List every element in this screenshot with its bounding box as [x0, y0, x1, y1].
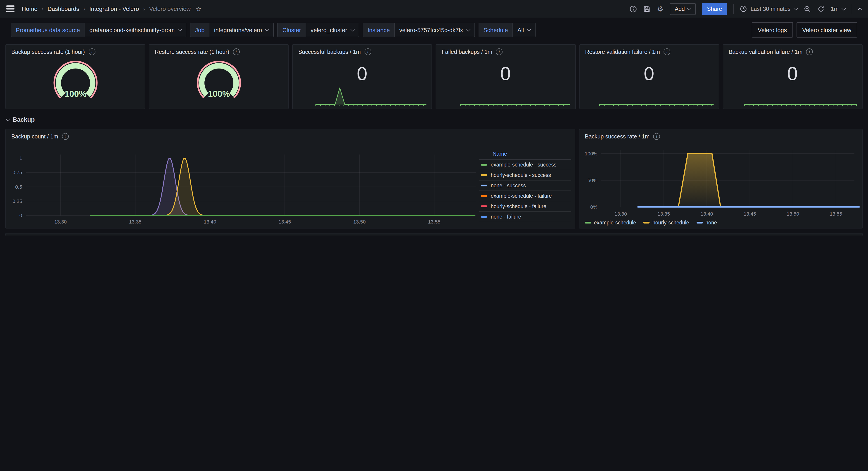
velero-cluster-view-link[interactable]: Velero cluster view	[796, 22, 857, 37]
time-range-picker[interactable]: Last 30 minutes	[740, 5, 798, 12]
legend-row[interactable]: hourly-schedule - failure	[479, 201, 571, 212]
filter-cluster-label: Cluster	[278, 23, 306, 37]
breadcrumb-dashboards[interactable]: Dashboards	[48, 5, 79, 12]
filter-datasource-value[interactable]: grafanacloud-keithschmitty-prom	[84, 23, 186, 37]
velero-logs-link[interactable]: Velero logs	[752, 22, 793, 37]
panel-restore-success-rate-1h: Restore success rate (1 hour)i 100%	[149, 45, 288, 109]
info-icon[interactable]: i	[364, 49, 371, 55]
filter-instance-value[interactable]: velero-5757fcc45c-dk7lx	[394, 23, 475, 37]
panel-backup-count: Backup count / 1mi 10.750.50.25013:3013:…	[5, 129, 575, 229]
legend-swatch	[481, 216, 487, 217]
filter-job-value[interactable]: integrations/velero	[209, 23, 274, 37]
chevron-down-icon	[466, 27, 470, 31]
filter-instance: Instance velero-5757fcc45c-dk7lx	[363, 23, 475, 37]
backup-size-chart[interactable]: 2 MB1 MB0 B13:3013:3513:4013:4513:5013:5…	[6, 233, 862, 235]
legend-row[interactable]: none - success	[479, 180, 571, 191]
dashboard-info-icon[interactable]	[630, 5, 637, 12]
info-icon[interactable]: i	[653, 133, 660, 140]
info-icon[interactable]: i	[806, 49, 813, 55]
svg-text:1: 1	[20, 155, 22, 161]
svg-text:13:35: 13:35	[657, 211, 670, 217]
svg-text:0.75: 0.75	[12, 170, 22, 175]
legend-swatch	[481, 174, 487, 176]
refresh-interval-picker[interactable]: 1m	[831, 6, 845, 12]
refresh-icon[interactable]	[817, 5, 824, 12]
svg-text:0: 0	[20, 213, 22, 218]
legend-header-name[interactable]: Name	[479, 149, 571, 160]
breadcrumb-integration-velero[interactable]: Integration - Velero	[89, 5, 139, 12]
svg-text:0.25: 0.25	[12, 198, 22, 204]
filter-job-label: Job	[190, 23, 209, 37]
refresh-interval-label: 1m	[831, 6, 839, 12]
panel-successful-backups: Successful backups / 1mi 0	[292, 45, 432, 109]
filter-schedule-value[interactable]: All	[513, 23, 536, 37]
settings-gear-icon[interactable]: ⚙	[657, 5, 663, 12]
backup-success-rate-chart[interactable]: 100%50%0%13:3013:3513:4013:4513:5013:55	[580, 129, 862, 228]
save-icon[interactable]	[644, 5, 651, 12]
panel-title: Restore validation failure / 1m	[585, 49, 660, 55]
panel-title: Successful backups / 1m	[298, 49, 361, 55]
grafana-dashboard: Home › Dashboards › Integration - Velero…	[0, 0, 868, 235]
sparkline	[582, 84, 717, 107]
filter-cluster-value[interactable]: velero_cluster	[306, 23, 359, 37]
legend-label: hourly-schedule - success	[491, 172, 551, 178]
info-icon[interactable]: i	[62, 133, 68, 140]
panel-backup-validation-failure: Backup validation failure / 1mi 0	[723, 45, 863, 109]
legend-swatch	[481, 164, 487, 166]
svg-text:50%: 50%	[588, 178, 597, 183]
stat-value: 0	[580, 63, 718, 85]
info-icon[interactable]: i	[663, 49, 670, 55]
info-icon[interactable]: i	[496, 49, 503, 55]
legend-label: example-schedule - success	[491, 162, 556, 168]
legend-row[interactable]: hourly-schedule - success	[479, 170, 571, 180]
legend-row[interactable]: example-schedule - success	[479, 160, 571, 170]
top-nav: Home › Dashboards › Integration - Velero…	[0, 0, 868, 18]
info-icon[interactable]: i	[88, 49, 95, 55]
legend-item[interactable]: none	[696, 220, 717, 225]
svg-text:13:55: 13:55	[830, 211, 842, 217]
legend-swatch	[585, 222, 591, 224]
gauge: 100%	[6, 61, 145, 103]
panel-title: Failed backups / 1m	[442, 49, 492, 55]
legend-row[interactable]: none - failure	[479, 212, 571, 222]
breadcrumb: Home › Dashboards › Integration - Velero…	[22, 5, 191, 12]
favorite-star-icon[interactable]: ☆	[195, 5, 201, 13]
breadcrumb-home[interactable]: Home	[22, 5, 37, 12]
sparkline	[725, 84, 860, 107]
section-title: Backup	[13, 116, 35, 123]
breadcrumb-separator-icon: ›	[143, 5, 145, 12]
add-button-label: Add	[675, 6, 685, 12]
time-range-label: Last 30 minutes	[751, 6, 790, 12]
chevron-down-icon	[265, 27, 270, 31]
menu-icon[interactable]	[6, 6, 14, 12]
svg-text:13:30: 13:30	[54, 219, 67, 225]
legend-label: none - success	[491, 183, 526, 188]
share-button[interactable]: Share	[702, 3, 727, 15]
svg-text:13:50: 13:50	[787, 211, 799, 217]
legend-row[interactable]: example-schedule - failure	[479, 191, 571, 201]
clock-icon	[740, 5, 747, 12]
legend-swatch	[481, 195, 487, 197]
legend-item[interactable]: example-schedule	[585, 220, 636, 225]
svg-text:13:35: 13:35	[129, 219, 142, 225]
add-button[interactable]: Add	[670, 3, 696, 15]
svg-text:13:45: 13:45	[744, 211, 756, 217]
filter-job: Job integrations/velero	[190, 23, 274, 37]
filter-cluster: Cluster velero_cluster	[278, 23, 359, 37]
divider	[852, 4, 852, 14]
stat-value: 0	[723, 63, 862, 85]
chevron-down-icon	[841, 6, 846, 10]
filter-schedule: Schedule All	[478, 23, 535, 37]
collapse-topbar-icon[interactable]	[859, 6, 862, 11]
zoom-out-icon[interactable]	[804, 5, 811, 12]
legend-label: hourly-schedule	[652, 220, 689, 225]
svg-text:13:40: 13:40	[204, 219, 216, 225]
section-backup[interactable]: Backup	[6, 115, 862, 123]
variables-row: Prometheus data source grafanacloud-keit…	[11, 23, 857, 37]
panel-title: Restore success rate (1 hour)	[155, 49, 229, 55]
legend-item[interactable]: hourly-schedule	[644, 220, 689, 225]
info-icon[interactable]: i	[233, 49, 240, 55]
chevron-down-icon	[350, 27, 354, 31]
filter-schedule-label: Schedule	[478, 23, 512, 37]
legend-table: Name example-schedule - success hourly-s…	[479, 149, 571, 222]
